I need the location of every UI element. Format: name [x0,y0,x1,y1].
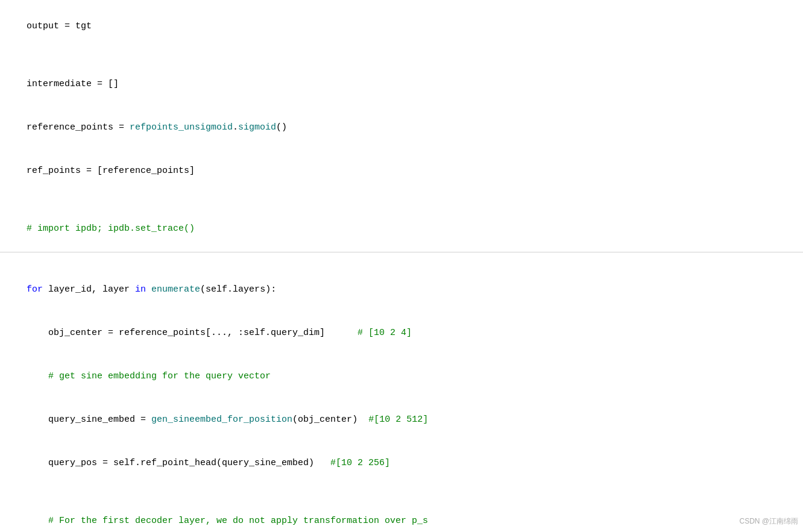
watermark: CSDN @江南绵雨 [739,516,798,527]
code-comment: # get sine embedding for the query vecto… [27,371,271,381]
code-text: . [233,122,238,133]
code-func: gen_sineembed_for_position [151,415,292,425]
code-keyword: for [27,284,43,295]
code-keyword: in [135,284,146,295]
code-text: (obj_center) [292,415,368,425]
code-text: obj_center = reference_points[..., :self… [27,328,357,338]
code-line-1: output = tgt [0,5,803,48]
code-func: sigmoid [238,122,276,133]
code-comment: #[10 2 256] [330,458,390,468]
code-line-5: ref_points = [reference_points] [0,149,803,193]
code-line-13: query_pos = self.ref_point_head(query_si… [0,442,803,485]
code-text: intermediate = [] [27,79,119,89]
code-line-blank-3 [0,252,803,268]
code-line-10: obj_center = reference_points[..., :self… [0,311,803,355]
code-func: enumerate [151,284,200,295]
code-func: refpoints_unsigmoid [130,122,233,133]
code-text [146,284,151,295]
code-text: () [276,122,287,133]
code-line-blank-2 [0,193,803,207]
code-line-7: # import ipdb; ipdb.set_trace() [0,207,803,251]
code-comment: #[10 2 512] [368,415,428,425]
code-line-3: intermediate = [] [0,63,803,106]
code-text: output = tgt [27,21,92,31]
code-comment: # [10 2 4] [357,328,412,338]
code-editor: output = tgt intermediate = [] reference… [0,0,803,532]
code-text: layer_id, layer [43,284,135,295]
code-text: (self.layers): [200,284,276,295]
code-line-11: # get sine embedding for the query vecto… [0,355,803,398]
code-text: query_sine_embed = [27,415,151,425]
code-line-blank-1 [0,48,803,63]
code-line-15: # For the first decoder layer, we do not… [0,499,803,532]
code-line-blank-4 [0,485,803,499]
code-text: query_pos = self.ref_point_head(query_si… [27,458,330,468]
code-text: ref_points = [reference_points] [27,166,195,176]
code-text: reference_points = [27,122,130,133]
code-line-9: for layer_id, layer in enumerate(self.la… [0,268,803,311]
code-comment: # import ipdb; ipdb.set_trace() [27,224,195,234]
code-line-4: reference_points = refpoints_unsigmoid.s… [0,106,803,149]
code-line-12: query_sine_embed = gen_sineembed_for_pos… [0,398,803,442]
code-comment: # For the first decoder layer, we do not… [27,516,428,526]
